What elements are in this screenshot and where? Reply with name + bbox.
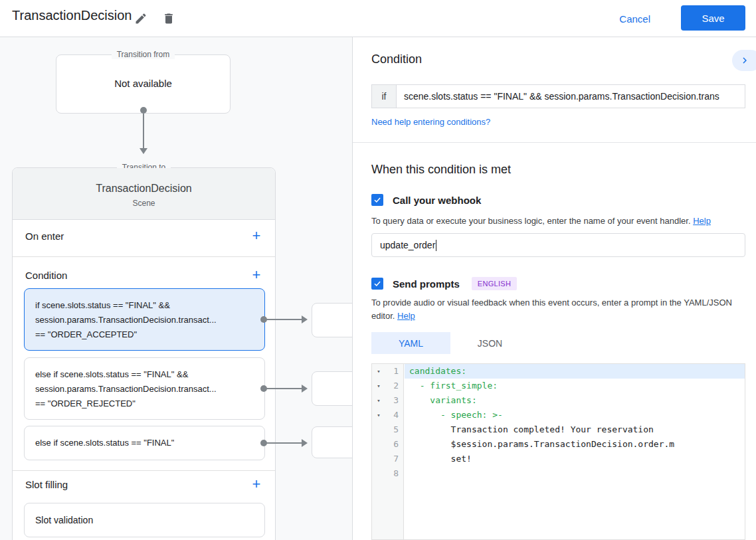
condition-expression-input[interactable]: scene.slots.status == "FINAL" && session… [396,84,745,108]
condition-text: session.params.TransactionDecision.trans… [35,382,254,397]
scene-node-header: TransactionDecision Scene [13,168,275,220]
connector-arrowhead-icon [302,385,308,393]
line-number: 6 [393,437,399,452]
section-label-slot-filling: Slot filling [25,479,68,490]
connector-line [266,442,302,444]
condition-text: == "ORDER_REJECTED" [35,397,254,411]
transition-from-node: Transition from Not available [56,54,231,114]
prompts-description-text: To provide audio or visual feedback when… [371,298,732,321]
checkmark-icon [373,279,382,288]
text-cursor [436,240,436,251]
connector-line [266,388,302,389]
line-number: 1 [393,364,399,379]
connector-arrowhead-icon [302,315,308,323]
condition-text: else if scene.slots.status == "FINAL" [35,436,174,450]
line-number: 5 [393,422,399,437]
line-number: 2 [393,379,399,393]
save-button[interactable]: Save [681,5,745,31]
send-prompts-checkbox[interactable] [371,278,383,290]
transition-target-box[interactable] [312,371,352,406]
page-title: TransactionDecision [12,8,132,23]
condition-detail-panel: Condition if scene.slots.status == "FINA… [352,37,756,540]
scene-node-subtitle: Scene [13,199,275,208]
fold-arrow-icon[interactable]: ▾ [374,364,383,379]
add-condition-button[interactable]: + [247,266,266,284]
webhook-description-text: To query data or execute your business l… [371,216,691,226]
edit-icon[interactable] [130,8,151,29]
condition-card-order-rejected[interactable]: else if scene.slots.status == "FINAL" &&… [24,357,265,420]
code-line: candidates: [405,364,745,379]
send-prompts-row: Send prompts ENGLISH [371,277,517,290]
divider [13,470,275,471]
webhook-help-link[interactable]: Help [693,216,711,226]
section-label-condition: Condition [25,270,67,281]
divider [353,142,756,143]
divider [13,256,275,257]
call-webhook-checkbox[interactable] [371,194,383,206]
condition-text: if scene.slots.status == "FINAL" && [35,298,254,313]
condition-card-final[interactable]: else if scene.slots.status == "FINAL" [24,426,265,460]
chevron-right-icon [739,54,751,66]
event-handler-value: update_order [380,240,435,250]
slot-validation-card[interactable]: Slot validation [24,503,265,537]
transition-from-content: Not available [56,78,230,89]
webhook-description: To query data or execute your business l… [371,215,744,228]
prompts-help-link[interactable]: Help [397,311,415,321]
cancel-button[interactable]: Cancel [609,7,661,31]
when-met-heading: When this condition is met [371,163,511,177]
language-badge: ENGLISH [472,277,517,290]
editor-code-area: candidates: - first_simple: variants: - … [405,364,745,539]
connector-line [143,114,144,148]
fold-arrow-icon[interactable]: ▾ [374,408,383,422]
fold-arrow-icon[interactable]: ▾ [374,393,383,408]
send-prompts-label: Send prompts [393,278,460,290]
yaml-editor[interactable]: ▾1 ▾2 ▾3 ▾4 5 6 7 8 candidates: - first_… [371,363,745,540]
condition-help-link[interactable]: Need help entering conditions? [371,117,490,127]
call-webhook-label: Call your webhook [393,195,481,206]
scene-node: Transition to TransactionDecision Scene … [12,167,276,540]
code-line: - first_simple: [405,379,745,393]
code-line [405,466,745,481]
connector-arrowhead-icon [140,148,147,154]
scene-diagram-canvas: Transition from Not available Transition… [0,37,352,540]
scene-node-title: TransactionDecision [13,183,275,195]
editor-gutter: ▾1 ▾2 ▾3 ▾4 5 6 7 8 [372,364,404,539]
tab-json[interactable]: JSON [450,332,529,354]
code-line: set! [405,452,745,466]
code-line: Transaction completed! Your reservation [405,422,745,437]
code-line: - speech: >- [405,408,745,422]
section-label-on-enter: On enter [25,230,64,242]
tab-yaml[interactable]: YAML [371,332,450,354]
add-on-enter-button[interactable]: + [247,226,266,245]
event-handler-input[interactable]: update_order [371,233,745,257]
line-number: 7 [393,452,399,466]
top-bar: TransactionDecision Cancel Save [0,0,756,37]
connector-dot [140,107,147,114]
connector-arrowhead-icon [302,439,308,447]
transition-target-box[interactable] [312,426,352,458]
add-slot-filling-button[interactable]: + [247,475,266,494]
transition-from-legend: Transition from [56,50,230,59]
call-webhook-row: Call your webhook [371,194,481,206]
collapse-panel-button[interactable] [732,50,756,71]
condition-text: == "ORDER_ACCEPTED" [35,327,254,342]
editor-tabs: YAML JSON [371,332,529,354]
connector-line [266,319,302,320]
code-line: $session.params.TransactionDecision.orde… [405,437,745,452]
line-number: 4 [393,408,399,422]
transition-target-box[interactable] [312,303,352,337]
slot-validation-label: Slot validation [35,515,93,525]
line-number: 3 [393,393,399,408]
panel-title: Condition [371,52,422,66]
prompts-description: To provide audio or visual feedback when… [371,296,744,323]
if-label: if [371,84,396,108]
fold-arrow-icon[interactable]: ▾ [374,379,383,393]
delete-icon[interactable] [158,8,179,29]
condition-text: else if scene.slots.status == "FINAL" && [35,367,254,382]
checkmark-icon [373,195,382,205]
condition-card-order-accepted[interactable]: if scene.slots.status == "FINAL" && sess… [24,288,265,351]
condition-text: session.params.TransactionDecision.trans… [35,313,254,327]
condition-expression-row: if scene.slots.status == "FINAL" && sess… [371,84,745,108]
line-number: 8 [393,466,399,481]
code-line: variants: [405,393,745,408]
